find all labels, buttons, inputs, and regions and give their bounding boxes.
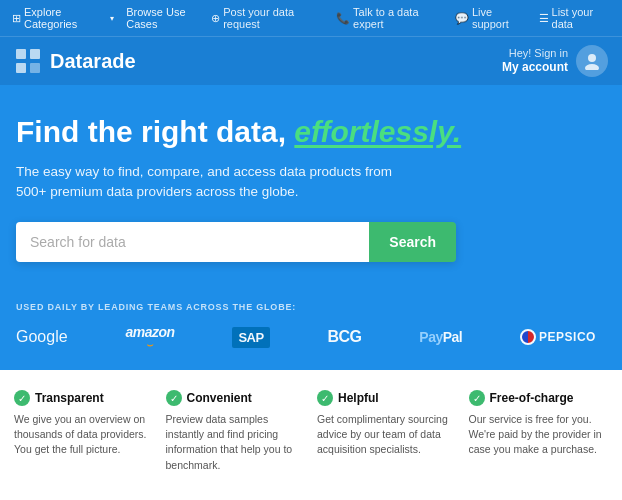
top-nav: ⊞ Explore Categories ▾ Browse Use Cases … bbox=[0, 0, 622, 37]
check-icon-convenient: ✓ bbox=[166, 390, 182, 406]
chat-icon: 💬 bbox=[455, 12, 469, 25]
feature-title-transparent: Transparent bbox=[35, 391, 104, 405]
features-section: ✓ Transparent We give you an overview on… bbox=[0, 370, 622, 493]
feature-title-convenient: Convenient bbox=[187, 391, 252, 405]
avatar bbox=[576, 45, 608, 77]
browse-label: Browse Use Cases bbox=[126, 6, 211, 30]
feature-transparent: ✓ Transparent We give you an overview on… bbox=[14, 390, 154, 473]
hero-subtitle: The easy way to find, compare, and acces… bbox=[16, 162, 416, 203]
hero-title-highlight: effortlessly. bbox=[294, 115, 461, 148]
svg-point-5 bbox=[585, 64, 599, 70]
partners-label: Used daily by leading teams across the g… bbox=[16, 302, 606, 312]
post-icon: ⊕ bbox=[211, 12, 220, 25]
feature-convenient: ✓ Convenient Preview data samples instan… bbox=[166, 390, 306, 473]
svg-point-4 bbox=[588, 54, 596, 62]
feature-desc-free: Our service is free for you. We're paid … bbox=[469, 412, 609, 458]
account-hey-text: Hey! Sign in bbox=[502, 46, 568, 60]
paypal-logo: PayPal bbox=[419, 329, 462, 345]
check-icon-helpful: ✓ bbox=[317, 390, 333, 406]
hero-title-start: Find the right data, bbox=[16, 115, 286, 148]
list-icon: ☰ bbox=[539, 12, 549, 25]
features-grid: ✓ Transparent We give you an overview on… bbox=[14, 390, 608, 473]
list-data-nav[interactable]: ☰ List your data bbox=[539, 6, 610, 30]
live-support-nav[interactable]: 💬 Live support bbox=[455, 6, 525, 30]
post-label: Post your data request bbox=[223, 6, 322, 30]
brand-logo[interactable]: Datarade bbox=[14, 47, 136, 75]
explore-categories-nav[interactable]: ⊞ Explore Categories ▾ bbox=[12, 6, 114, 30]
check-icon-free: ✓ bbox=[469, 390, 485, 406]
explore-caret-icon: ▾ bbox=[110, 14, 114, 23]
account-section[interactable]: Hey! Sign in My account bbox=[502, 45, 608, 77]
partners-section: Used daily by leading teams across the g… bbox=[0, 286, 622, 370]
explore-icon: ⊞ bbox=[12, 12, 21, 25]
svg-rect-1 bbox=[30, 49, 40, 59]
brand-name: Datarade bbox=[50, 50, 136, 73]
svg-rect-0 bbox=[16, 49, 26, 59]
bcg-logo: BCG bbox=[327, 328, 361, 346]
hero-title: Find the right data, effortlessly. bbox=[16, 115, 606, 150]
hero-section: Find the right data, effortlessly. The e… bbox=[0, 85, 622, 286]
feature-desc-convenient: Preview data samples instantly and find … bbox=[166, 412, 306, 473]
pepsi-icon bbox=[520, 329, 536, 345]
feature-free: ✓ Free-of-charge Our service is free for… bbox=[469, 390, 609, 473]
partners-logos: Google amazon ⌣ SAP BCG PayPal PEPSICO bbox=[16, 324, 596, 350]
phone-icon: 📞 bbox=[336, 12, 350, 25]
post-data-request-nav[interactable]: ⊕ Post your data request bbox=[211, 6, 322, 30]
svg-rect-2 bbox=[16, 63, 26, 73]
google-logo: Google bbox=[16, 328, 68, 346]
header-bar: Datarade Hey! Sign in My account bbox=[0, 37, 622, 85]
amazon-logo: amazon ⌣ bbox=[125, 324, 174, 350]
svg-rect-3 bbox=[30, 63, 40, 73]
explore-label: Explore Categories bbox=[24, 6, 107, 30]
feature-title-free: Free-of-charge bbox=[490, 391, 574, 405]
check-icon-transparent: ✓ bbox=[14, 390, 30, 406]
feature-desc-transparent: We give you an overview on thousands of … bbox=[14, 412, 154, 458]
pepsico-logo: PEPSICO bbox=[520, 329, 596, 345]
sap-logo: SAP bbox=[232, 327, 269, 348]
feature-title-helpful: Helpful bbox=[338, 391, 379, 405]
live-label: Live support bbox=[472, 6, 525, 30]
account-my-text: My account bbox=[502, 60, 568, 76]
talk-expert-nav[interactable]: 📞 Talk to a data expert bbox=[336, 6, 441, 30]
search-button[interactable]: Search bbox=[369, 222, 456, 262]
browse-use-cases-nav[interactable]: Browse Use Cases bbox=[126, 6, 211, 30]
feature-helpful: ✓ Helpful Get complimentary sourcing adv… bbox=[317, 390, 457, 473]
talk-label: Talk to a data expert bbox=[353, 6, 441, 30]
datarade-icon bbox=[14, 47, 42, 75]
list-label: List your data bbox=[552, 6, 610, 30]
search-bar: Search bbox=[16, 222, 456, 262]
search-input[interactable] bbox=[16, 222, 369, 262]
feature-desc-helpful: Get complimentary sourcing advice by our… bbox=[317, 412, 457, 458]
